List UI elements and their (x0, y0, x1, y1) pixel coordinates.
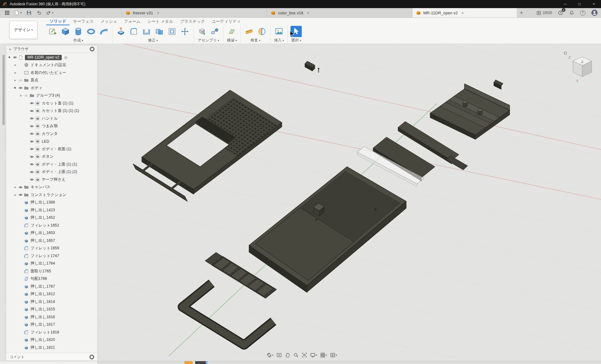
ribbon-group-label[interactable]: 構築▾ (227, 38, 237, 43)
browser-row[interactable]: 押し出し1816 (6, 313, 97, 321)
browser-row[interactable]: フィレット1652 (6, 222, 97, 229)
document-tab[interactable]: MR-11DR_open v2× (412, 8, 517, 17)
browser-row[interactable]: 押し出し1821 (6, 344, 97, 352)
browser-row[interactable]: カセット蓋 (1) (1) (6, 99, 97, 107)
browser-row[interactable]: 押し出し1820 (6, 336, 97, 344)
tree-arrow-icon[interactable]: ▶ (14, 79, 17, 82)
close-button[interactable]: × (587, 0, 601, 8)
browser-row[interactable]: ▶MR-11DR_open v2◎ (6, 54, 97, 61)
tab-close-icon[interactable]: × (460, 11, 465, 15)
tree-arrow-icon[interactable]: ▶ (13, 86, 18, 90)
ribbon-tab[interactable]: ソリッド (46, 18, 70, 25)
tree-arrow-icon[interactable]: ▶ (14, 186, 17, 189)
ribbon-group-label[interactable]: 挿入▾ (274, 38, 284, 43)
timeline-feature-mark[interactable] (195, 361, 206, 364)
tool-box-button[interactable] (60, 26, 71, 37)
visibility-eye-icon[interactable] (18, 193, 23, 197)
ribbon-group-label[interactable]: 選択▾ (291, 38, 301, 43)
browser-row[interactable]: 押し出し1812 (6, 290, 97, 298)
ribbon-group-label[interactable]: 作成▾ (73, 38, 83, 43)
tree-arrow-icon[interactable]: ▶ (19, 94, 23, 97)
tool-move-button[interactable] (179, 26, 190, 37)
nav-grid-button[interactable]: ▾ (319, 352, 328, 358)
timeline-bar[interactable] (0, 361, 601, 364)
browser-scrollbar-thumb[interactable] (2, 55, 5, 125)
file-menu-button[interactable]: ▾ (14, 9, 22, 16)
browser-row[interactable]: 押し出し1767 (6, 283, 97, 290)
tool-offset-button[interactable] (166, 26, 178, 37)
browser-row[interactable]: 押し出し1388 (6, 199, 97, 207)
tool-sketch-button[interactable] (47, 26, 58, 37)
tab-close-icon[interactable]: × (156, 11, 161, 15)
tool-section-button[interactable] (256, 26, 267, 37)
new-tab-button[interactable]: + (517, 8, 526, 17)
tool-fillet-button[interactable] (128, 26, 139, 37)
viewcube-top-label[interactable]: 上 (580, 60, 584, 63)
tool-presspull-button[interactable] (115, 26, 127, 37)
visibility-eye-icon[interactable] (30, 139, 34, 144)
browser-row[interactable]: ボディ・上面 (1) (1) (6, 160, 97, 168)
notifications-button[interactable]: 1 (558, 9, 563, 16)
undo-button[interactable] (36, 9, 42, 16)
timeline-feature-mark[interactable] (206, 361, 208, 364)
browser-row[interactable]: LED (6, 138, 97, 146)
tab-close-icon[interactable]: × (306, 11, 311, 15)
document-tab[interactable]: color_box v16× (267, 8, 412, 17)
browser-row[interactable]: ▶ドキュメントの設定 (6, 61, 97, 69)
comments-options-icon[interactable] (89, 355, 94, 359)
visibility-eye-icon[interactable] (30, 124, 34, 128)
visibility-eye-icon[interactable] (30, 116, 34, 121)
redo-button[interactable]: ▾ (46, 9, 54, 16)
ribbon-tab[interactable]: サーフェス (70, 18, 97, 25)
app-grid-button[interactable] (4, 9, 10, 16)
timeline-feature-mark[interactable] (185, 361, 193, 364)
nav-zoom-button[interactable] (292, 352, 300, 358)
tree-arrow-icon[interactable]: ▶ (14, 71, 17, 74)
ribbon-group-label[interactable]: 検査▾ (251, 38, 261, 43)
visibility-eye-icon[interactable] (24, 93, 28, 98)
browser-row[interactable]: ▶原点 (6, 77, 97, 84)
nav-lookat-button[interactable] (276, 352, 283, 358)
browser-scrollbar[interactable] (2, 47, 5, 355)
ribbon-tab[interactable]: ユーティリティ (209, 18, 244, 25)
visibility-eye-icon[interactable] (30, 155, 34, 159)
visibility-eye-icon[interactable] (30, 147, 34, 151)
minimize-button[interactable]: ─ (558, 0, 572, 8)
tool-measure-button[interactable] (243, 26, 255, 37)
ribbon-tab[interactable]: メッシュ (97, 18, 120, 25)
profile-avatar-button[interactable] (591, 9, 598, 16)
visibility-eye-icon[interactable] (30, 101, 34, 105)
visibility-eye-icon[interactable] (30, 162, 34, 166)
visibility-eye-icon[interactable] (30, 132, 34, 136)
browser-row[interactable]: フィレット1747 (6, 252, 97, 260)
visibility-eye-icon[interactable] (18, 185, 23, 189)
browser-row[interactable]: ▶グループ3 (4) (6, 92, 97, 100)
visibility-eye-icon[interactable] (30, 170, 34, 174)
tree-arrow-icon[interactable]: ▶ (7, 55, 12, 60)
browser-row[interactable]: 押し出し1817 (6, 321, 97, 329)
browser-row[interactable]: 押し出し1423 (6, 206, 97, 214)
tool-plane-button[interactable] (226, 26, 238, 37)
browser-row[interactable]: 面取り1765 (6, 267, 97, 275)
tool-cyl-button[interactable] (73, 26, 84, 37)
browser-row[interactable]: 押し出し1653 (6, 229, 97, 237)
collapse-panel-icon[interactable]: « (9, 47, 11, 51)
browser-row[interactable]: 押し出し1815 (6, 306, 97, 314)
tool-insert-button[interactable] (273, 26, 285, 37)
browser-row[interactable]: カセット蓋 (1) (1) (1) (6, 107, 97, 115)
browser-row[interactable]: ハンドル (6, 115, 97, 122)
browser-row[interactable]: カウンタ (6, 130, 97, 138)
browser-row[interactable]: ▶キャンバス (6, 184, 97, 191)
visibility-eye-icon[interactable] (18, 78, 23, 83)
ribbon-group-label[interactable]: 修正▾ (148, 38, 158, 43)
nav-orbit-button[interactable]: ▾ (266, 352, 274, 358)
browser-row[interactable]: フィレット1659 (6, 245, 97, 252)
ribbon-tab[interactable]: プラスチック (177, 18, 209, 25)
visibility-eye-icon[interactable] (13, 55, 17, 60)
visibility-eye-icon[interactable] (30, 109, 34, 113)
browser-row[interactable]: つまみ類 (6, 122, 97, 130)
tool-joint-button[interactable] (209, 26, 220, 37)
browser-row[interactable]: テープ押さえ (6, 176, 97, 184)
activate-component-radio[interactable]: ◎ (64, 55, 67, 60)
maximize-button[interactable]: □ (572, 0, 587, 8)
